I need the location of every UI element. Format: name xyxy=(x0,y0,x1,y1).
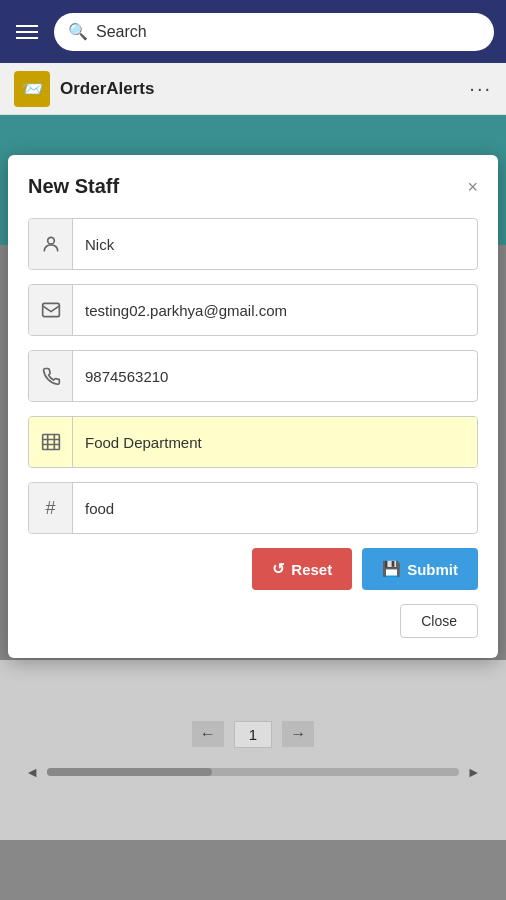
app-title: OrderAlerts xyxy=(60,79,469,99)
svg-rect-1 xyxy=(42,303,59,316)
svg-point-0 xyxy=(47,237,54,244)
svg-rect-2 xyxy=(42,435,59,450)
scroll-track[interactable] xyxy=(47,768,459,776)
hamburger-icon[interactable] xyxy=(12,21,42,43)
email-icon xyxy=(29,285,73,335)
close-button[interactable]: Close xyxy=(400,604,478,638)
action-buttons-row: ↺ Reset 💾 Submit xyxy=(28,548,478,590)
app-icon: 📨 xyxy=(14,71,50,107)
more-options-icon[interactable]: ··· xyxy=(469,77,492,100)
app-header: 📨 OrderAlerts ··· xyxy=(0,63,506,115)
search-label: Search xyxy=(96,23,147,41)
horizontal-scrollbar: ◄ ► xyxy=(25,764,480,780)
department-field-row xyxy=(28,416,478,468)
person-icon xyxy=(29,219,73,269)
close-button-row: Close xyxy=(28,604,478,638)
name-input[interactable] xyxy=(73,219,477,269)
next-page-button[interactable]: → xyxy=(282,721,314,747)
scroll-left-icon[interactable]: ◄ xyxy=(25,764,39,780)
reset-button[interactable]: ↺ Reset xyxy=(252,548,352,590)
email-field-row xyxy=(28,284,478,336)
submit-button[interactable]: 💾 Submit xyxy=(362,548,478,590)
pagination-row: ← 1 → xyxy=(192,721,314,748)
scroll-thumb xyxy=(47,768,212,776)
department-input[interactable] xyxy=(73,417,477,467)
top-bar: 🔍 Search xyxy=(0,0,506,63)
submit-label: Submit xyxy=(407,561,458,578)
reset-icon: ↺ xyxy=(272,560,285,578)
search-bar[interactable]: 🔍 Search xyxy=(54,13,494,51)
scroll-right-icon[interactable]: ► xyxy=(467,764,481,780)
reset-label: Reset xyxy=(291,561,332,578)
prev-page-button[interactable]: ← xyxy=(192,721,224,747)
tag-field-row: # xyxy=(28,482,478,534)
bottom-area: ← 1 → ◄ ► xyxy=(0,660,506,840)
page-number: 1 xyxy=(234,721,272,748)
new-staff-modal: New Staff × xyxy=(8,155,498,658)
search-icon: 🔍 xyxy=(68,22,88,41)
app-icon-emoji: 📨 xyxy=(21,78,43,100)
name-field-row xyxy=(28,218,478,270)
modal-header: New Staff × xyxy=(28,175,478,198)
phone-icon xyxy=(29,351,73,401)
tag-icon: # xyxy=(29,483,73,533)
email-input[interactable] xyxy=(73,285,477,335)
submit-icon: 💾 xyxy=(382,560,401,578)
tag-input[interactable] xyxy=(73,483,477,533)
modal-close-x-button[interactable]: × xyxy=(467,178,478,196)
modal-title: New Staff xyxy=(28,175,119,198)
department-icon xyxy=(29,417,73,467)
phone-field-row xyxy=(28,350,478,402)
phone-input[interactable] xyxy=(73,351,477,401)
